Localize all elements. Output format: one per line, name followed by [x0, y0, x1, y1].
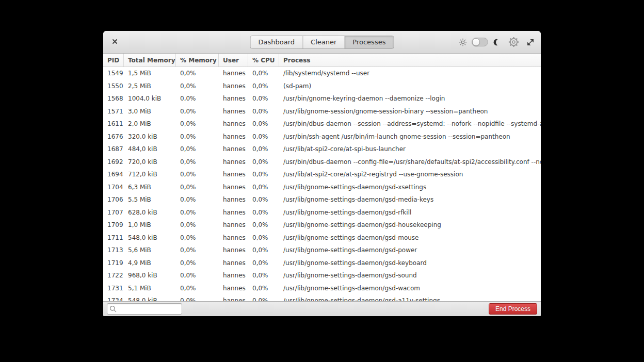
search-field [107, 303, 182, 315]
table-row[interactable]: 1711 548,0 kiB 0,0% hannes 0,0% /usr/lib… [103, 232, 541, 244]
column-header-user[interactable]: User [219, 54, 248, 67]
column-header-process[interactable]: Process [279, 54, 541, 67]
column-header-pid[interactable]: PID [103, 54, 124, 67]
table-row[interactable]: 1549 1,5 MiB 0,0% hannes 0,0% /lib/syste… [103, 67, 541, 80]
tab-dashboard[interactable]: Dashboard [251, 36, 303, 48]
close-button[interactable] [108, 31, 121, 53]
cell-pid: 1719 [103, 259, 124, 267]
gear-icon[interactable] [508, 36, 520, 48]
cell-percent-cpu: 0,0% [248, 209, 279, 216]
table-row[interactable]: 1734 548,0 kiB 0,0% hannes 0,0% /usr/lib… [103, 294, 541, 301]
theme-toggle-knob [472, 38, 480, 46]
cell-process: /usr/bin/ssh-agent /usr/bin/im-launch gn… [279, 133, 541, 140]
sun-icon [459, 38, 467, 46]
cell-process: /usr/lib/gnome-session/gnome-session-bin… [279, 108, 541, 115]
cell-user: hannes [219, 184, 248, 191]
column-header-percent-cpu[interactable]: % CPU [248, 54, 279, 67]
table-row[interactable]: 1709 1,0 MiB 0,0% hannes 0,0% /usr/lib/g… [103, 219, 541, 232]
cell-pid: 1704 [103, 184, 124, 191]
cell-pid: 1731 [103, 285, 124, 292]
cell-user: hannes [219, 70, 248, 77]
cell-percent-cpu: 0,0% [248, 259, 279, 267]
cell-percent-memory: 0,0% [176, 221, 219, 228]
cell-user: hannes [219, 209, 248, 216]
titlebar-controls [459, 31, 535, 53]
cell-user: hannes [219, 285, 248, 292]
cell-percent-memory: 0,0% [176, 209, 219, 216]
search-icon [109, 305, 117, 313]
cell-process: /usr/lib/gnome-settings-daemon/gsd-rfkil… [279, 209, 541, 216]
cell-percent-cpu: 0,0% [248, 133, 279, 140]
cell-user: hannes [219, 272, 248, 279]
search-input[interactable] [107, 303, 182, 315]
tab-cleaner[interactable]: Cleaner [303, 36, 345, 48]
cell-user: hannes [219, 196, 248, 203]
table-row[interactable]: 1550 2,5 MiB 0,0% hannes 0,0% (sd-pam) [103, 80, 541, 93]
cell-pid: 1722 [103, 272, 124, 279]
cell-memory: 2,5 MiB [124, 83, 176, 90]
cell-pid: 1571 [103, 108, 124, 115]
cell-percent-memory: 0,0% [176, 133, 219, 140]
cell-process: /usr/lib/gnome-settings-daemon/gsd-a11y-… [279, 297, 541, 301]
table-row[interactable]: 1706 5,5 MiB 0,0% hannes 0,0% /usr/lib/g… [103, 193, 541, 206]
table-row[interactable]: 1694 712,0 kiB 0,0% hannes 0,0% /usr/lib… [103, 168, 541, 181]
cell-user: hannes [219, 145, 248, 153]
cell-process: /usr/bin/gnome-keyring-daemon --daemoniz… [279, 95, 541, 102]
cell-pid: 1694 [103, 171, 124, 178]
theme-toggle[interactable] [472, 38, 488, 46]
expand-icon[interactable] [526, 38, 535, 46]
column-header-total-memory[interactable]: Total Memory [124, 54, 176, 67]
cell-process: /usr/lib/gnome-settings-daemon/gsd-sound [279, 272, 541, 279]
cell-process: /usr/lib/gnome-settings-daemon/gsd-power [279, 246, 541, 254]
cell-pid: 1706 [103, 196, 124, 203]
cell-percent-memory: 0,0% [176, 259, 219, 267]
table-row[interactable]: 1719 4,9 MiB 0,0% hannes 0,0% /usr/lib/g… [103, 257, 541, 270]
process-table-body: 1549 1,5 MiB 0,0% hannes 0,0% /lib/syste… [103, 67, 541, 301]
cell-percent-cpu: 0,0% [248, 95, 279, 102]
cell-memory: 628,0 kiB [124, 209, 176, 216]
table-row[interactable]: 1731 5,1 MiB 0,0% hannes 0,0% /usr/lib/g… [103, 282, 541, 295]
cell-percent-cpu: 0,0% [248, 196, 279, 203]
table-row[interactable]: 1571 3,0 MiB 0,0% hannes 0,0% /usr/lib/g… [103, 105, 541, 118]
cell-percent-memory: 0,0% [176, 246, 219, 254]
column-header-percent-memory[interactable]: % Memory [176, 54, 219, 67]
cell-percent-cpu: 0,0% [248, 297, 279, 301]
cell-pid: 1549 [103, 70, 124, 77]
table-row[interactable]: 1707 628,0 kiB 0,0% hannes 0,0% /usr/lib… [103, 206, 541, 219]
cell-percent-cpu: 0,0% [248, 234, 279, 241]
cell-percent-cpu: 0,0% [248, 145, 279, 153]
cell-percent-cpu: 0,0% [248, 285, 279, 292]
cell-memory: 548,0 kiB [124, 234, 176, 241]
cell-process: /lib/systemd/systemd --user [279, 70, 541, 77]
cell-user: hannes [219, 221, 248, 228]
tab-processes[interactable]: Processes [345, 36, 393, 48]
cell-percent-cpu: 0,0% [248, 83, 279, 90]
cell-percent-cpu: 0,0% [248, 221, 279, 228]
cell-user: hannes [219, 234, 248, 241]
cell-percent-cpu: 0,0% [248, 184, 279, 191]
table-row[interactable]: 1687 484,0 kiB 0,0% hannes 0,0% /usr/lib… [103, 143, 541, 156]
table-row[interactable]: 1692 720,0 kiB 0,0% hannes 0,0% /usr/bin… [103, 156, 541, 169]
cell-process: /usr/lib/at-spi2-core/at-spi-bus-launche… [279, 145, 541, 153]
table-row[interactable]: 1722 968,0 kiB 0,0% hannes 0,0% /usr/lib… [103, 269, 541, 282]
cell-percent-memory: 0,0% [176, 158, 219, 166]
table-row[interactable]: 1704 6,3 MiB 0,0% hannes 0,0% /usr/lib/g… [103, 181, 541, 194]
cell-process: /usr/bin/dbus-daemon --config-file=/usr/… [279, 158, 541, 166]
table-row[interactable]: 1676 320,0 kiB 0,0% hannes 0,0% /usr/bin… [103, 130, 541, 143]
cell-memory: 968,0 kiB [124, 272, 176, 279]
cell-pid: 1550 [103, 83, 124, 90]
table-row[interactable]: 1611 2,0 MiB 0,0% hannes 0,0% /usr/bin/d… [103, 118, 541, 130]
cell-percent-memory: 0,0% [176, 196, 219, 203]
view-switcher: Dashboard Cleaner Processes [250, 36, 394, 49]
cell-memory: 1,0 MiB [124, 221, 176, 228]
cell-process: /usr/lib/gnome-settings-daemon/gsd-mouse [279, 234, 541, 241]
cell-percent-memory: 0,0% [176, 95, 219, 102]
cell-pid: 1734 [103, 297, 124, 301]
cell-user: hannes [219, 158, 248, 166]
cell-memory: 4,9 MiB [124, 259, 176, 267]
cell-percent-cpu: 0,0% [248, 158, 279, 166]
table-row[interactable]: 1568 1004,0 kiB 0,0% hannes 0,0% /usr/bi… [103, 92, 541, 105]
end-process-button[interactable]: End Process [489, 303, 537, 315]
table-row[interactable]: 1713 5,6 MiB 0,0% hannes 0,0% /usr/lib/g… [103, 244, 541, 257]
cell-user: hannes [219, 83, 248, 90]
